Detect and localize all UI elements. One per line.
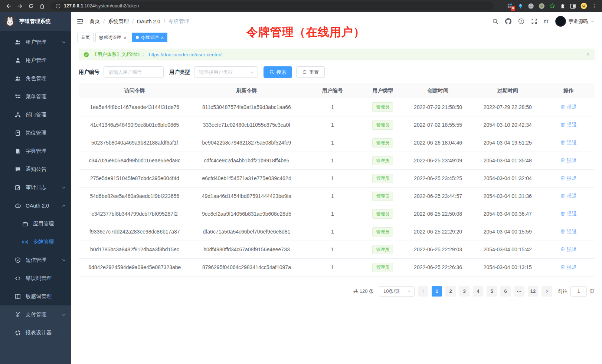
page-button[interactable]: 2 (445, 286, 456, 297)
roles-icon (15, 76, 21, 82)
sidebar-item-sensitive-word[interactable]: 敏感词管理 (0, 287, 71, 305)
close-icon[interactable]: × (586, 52, 590, 57)
sidebar-item-role[interactable]: 角色管理 (0, 69, 71, 87)
expire-time-cell: 2054-03-04 01:35:48 (473, 152, 543, 169)
close-icon[interactable]: × (161, 35, 164, 40)
search-button[interactable]: 搜索 (264, 66, 292, 78)
sidebar-item-audit-log[interactable]: 审计日志 (0, 178, 71, 196)
back-icon[interactable] (4, 1, 13, 10)
menu-tree-icon (15, 94, 21, 100)
force-logout-button[interactable]: 强退 (560, 157, 577, 164)
forward-icon[interactable] (15, 1, 24, 10)
user-avatar (555, 16, 566, 27)
sidebar-item-dict[interactable]: 字典管理 (0, 142, 71, 160)
create-time-cell: 2022-07-29 21:58:50 (403, 98, 473, 116)
sidebar-item-error-code[interactable]: 错误码管理 (0, 269, 71, 287)
tab-sensitive-word[interactable]: 敏感词管理× (95, 33, 130, 42)
breadcrumb-item[interactable]: 系统管理 (108, 18, 129, 25)
force-logout-button[interactable]: 强退 (560, 193, 577, 199)
filter-form: 用户编号 用户类型 请选择用户类型 搜索 重置 (79, 66, 595, 78)
doc-link[interactable]: https://doc.iocoder.cn/user-center/ (149, 52, 222, 57)
refresh-token-cell: be90422b8c7946218275a508bf524fc9 (191, 134, 303, 152)
breadcrumb-item[interactable]: 首页 (89, 18, 100, 25)
create-time-cell: 2022-06-25 22:50:08 (403, 205, 473, 223)
sidebar-item-oauth2-token[interactable]: 令牌管理 (0, 233, 71, 251)
sms-shield-icon (15, 257, 21, 263)
user-type-badge: 管理员 (372, 138, 393, 148)
prev-page-button[interactable] (418, 286, 428, 297)
force-logout-button[interactable]: 强退 (560, 246, 577, 253)
extension-command-icon[interactable] (528, 3, 534, 9)
app-logo[interactable]: 芋道管理系统 (0, 12, 71, 31)
force-logout-button[interactable]: 强退 (560, 122, 577, 128)
goto-label: 前往 (558, 288, 567, 295)
user-id-input[interactable] (104, 66, 164, 78)
user-type-badge: 管理员 (372, 192, 393, 201)
search-icon[interactable] (492, 18, 498, 24)
page-size-select[interactable]: 10条/页 (379, 286, 415, 297)
sidebar-item-oauth2[interactable]: OAuth 2.0 (0, 196, 71, 215)
page-button[interactable]: 1 (432, 286, 442, 297)
sidebar-item-user[interactable]: 用户管理 (0, 51, 71, 69)
page-ellipsis-button[interactable]: ··· (514, 286, 524, 297)
tab-home[interactable]: 首页 (77, 33, 94, 42)
extension-grid-icon[interactable]: 9 (507, 3, 513, 9)
access-token-cell: c347026e805e4d99b0d116eae66eda8c (79, 152, 191, 169)
info-icon[interactable] (56, 4, 60, 9)
refresh-token-cell: 333ecfc71e02480cb11055c875c3ca0f (191, 116, 303, 134)
table-row: 1ea5e44f8bc1467aaede43144f31de76811c5304… (79, 98, 595, 116)
force-logout-button[interactable]: 强退 (560, 104, 577, 110)
side-panel-icon[interactable] (570, 3, 576, 9)
sidebar-item-post[interactable]: 岗位管理 (0, 124, 71, 142)
extension-kite-icon[interactable] (518, 3, 523, 9)
token-broadcast-icon (22, 239, 28, 245)
profile-avatar-icon[interactable] (580, 3, 587, 9)
page-button[interactable]: 3 (459, 286, 470, 297)
sidebar-item-report-designer[interactable]: 报表设计器 (0, 324, 71, 342)
url-bar[interactable]: 127.0.0.1:1024/system/oauth2/token (51, 1, 494, 10)
refresh-token-cell: cdfc4ce9c2da4bb1bdf21b9918ff4be5 (191, 152, 303, 169)
page-button[interactable]: 12 (528, 286, 538, 297)
font-size-icon[interactable]: tT (544, 18, 549, 24)
sidebar-item-menu[interactable]: 菜单管理 (0, 87, 71, 106)
fullscreen-icon[interactable] (531, 18, 537, 24)
force-logout-button[interactable]: 强退 (560, 264, 577, 271)
github-icon[interactable] (505, 18, 511, 24)
tab-token[interactable]: 令牌管理× (132, 33, 168, 42)
reload-icon[interactable] (26, 1, 36, 10)
sidebar-item-oauth2-app[interactable]: 应用管理 (0, 215, 71, 233)
page-button[interactable]: 6 (500, 286, 511, 297)
sidebar-item-pay[interactable]: 支付管理 (0, 305, 71, 324)
sidebar-item-tenant[interactable]: 租户管理 (0, 33, 71, 51)
home-icon[interactable] (37, 1, 47, 10)
sidebar-item-dept[interactable]: 部门管理 (0, 106, 71, 124)
force-logout-button[interactable]: 强退 (560, 175, 577, 182)
goto-page-input[interactable] (570, 286, 587, 297)
browser-menu-icon[interactable]: ⋮ (592, 3, 597, 9)
sidebar-item-notice[interactable]: 通知公告 (0, 160, 71, 178)
breadcrumb-item[interactable]: OAuth 2.0 (137, 19, 160, 24)
force-logout-button[interactable]: 强退 (560, 139, 577, 146)
user-type-select[interactable]: 请选择用户类型 (194, 66, 258, 78)
table-row: 41c41346a548490f9dc8b01c6bfe0865333ecfc7… (79, 116, 595, 134)
create-time-cell: 2022-06-25 22:29:20 (403, 223, 473, 241)
force-logout-button[interactable]: 强退 (560, 228, 577, 235)
expire-time-cell: 2054-03-04 00:15:59 (473, 223, 543, 241)
page-button[interactable]: 5 (487, 286, 497, 297)
user-id-cell: 1 (302, 98, 362, 116)
page-button[interactable]: 4 (473, 286, 483, 297)
next-page-button[interactable] (542, 286, 552, 297)
extension-circle-icon[interactable] (539, 3, 545, 9)
breadcrumb-separator: / (103, 19, 105, 24)
access-token-cell: 54d6be82ee5a460a9aedc1f9bf223656 (79, 187, 191, 205)
collapse-sidebar-icon[interactable] (76, 18, 84, 25)
reset-button[interactable]: 重置 (296, 66, 325, 78)
help-icon[interactable]: ? (518, 18, 524, 24)
extension-green-star-icon[interactable] (549, 3, 555, 9)
force-logout-button[interactable]: 强退 (560, 211, 577, 217)
close-icon[interactable]: × (124, 35, 127, 40)
chevron-down-icon (62, 185, 66, 190)
extension-puzzle-icon[interactable] (560, 3, 565, 9)
sidebar-item-sms[interactable]: 短信管理 (0, 251, 71, 269)
user-menu[interactable]: 芋道源码 (555, 16, 595, 27)
